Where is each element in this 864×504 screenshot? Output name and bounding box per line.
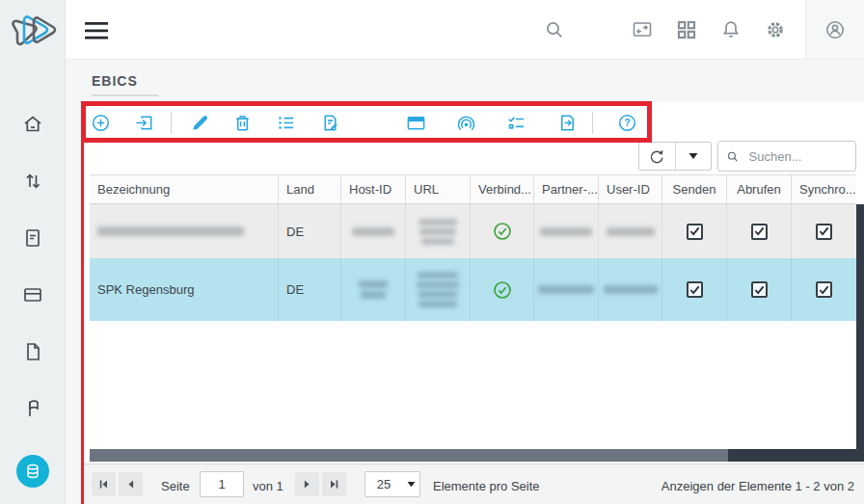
sidebar-item-transfers[interactable] bbox=[21, 170, 44, 193]
refresh-icon bbox=[648, 147, 665, 165]
first-page-button[interactable] bbox=[92, 472, 116, 496]
column-header-host-id[interactable]: Host-ID bbox=[340, 175, 405, 203]
notifications-bell-icon[interactable] bbox=[719, 18, 742, 41]
sidebar-item-home[interactable] bbox=[21, 113, 44, 136]
search-input[interactable] bbox=[747, 148, 848, 165]
page-size-select[interactable]: 25 bbox=[364, 471, 420, 497]
top-header bbox=[66, 0, 864, 60]
cell-synchronisieren[interactable] bbox=[791, 204, 856, 258]
page-number-input[interactable] bbox=[200, 471, 244, 497]
sidebar-item-documents[interactable] bbox=[21, 226, 44, 250]
pagination-summary: Anzeigen der Elemente 1 - 2 von 2 bbox=[662, 479, 854, 493]
hamburger-menu-icon[interactable] bbox=[85, 21, 110, 40]
bank-card-icon bbox=[21, 283, 44, 306]
refresh-options-button[interactable] bbox=[675, 143, 712, 170]
session-window-icon[interactable] bbox=[631, 18, 654, 41]
column-header-synchro[interactable]: Synchro... bbox=[791, 175, 856, 203]
document-lines-icon bbox=[21, 226, 44, 250]
cell-abrufen[interactable] bbox=[726, 204, 791, 258]
chevron-down-icon bbox=[688, 152, 698, 160]
apps-grid-icon[interactable] bbox=[676, 19, 697, 40]
checkbox-checked-icon[interactable] bbox=[816, 281, 832, 298]
settings-gear-icon[interactable] bbox=[764, 18, 787, 41]
cell-partner-id-redacted bbox=[533, 204, 598, 258]
cell-senden[interactable] bbox=[662, 204, 726, 258]
account-section[interactable] bbox=[805, 0, 864, 59]
refresh-button[interactable] bbox=[639, 143, 675, 170]
cell-senden[interactable] bbox=[662, 258, 726, 321]
page-of-label: von 1 bbox=[253, 479, 284, 493]
cell-host-id-redacted bbox=[340, 258, 405, 321]
last-page-button[interactable] bbox=[322, 472, 346, 496]
page-label: Seite bbox=[161, 479, 190, 493]
database-icon bbox=[23, 462, 42, 481]
column-header-bezeichnung[interactable]: Bezeichnung bbox=[90, 175, 278, 203]
refresh-split-button[interactable] bbox=[638, 142, 712, 171]
sidebar-item-ebics-active[interactable] bbox=[16, 455, 49, 488]
document-icon bbox=[21, 340, 44, 363]
vertical-scrollbar[interactable] bbox=[856, 204, 864, 462]
last-page-icon bbox=[328, 478, 340, 491]
checkbox-checked-icon[interactable] bbox=[687, 281, 703, 298]
cell-verbindung-status bbox=[470, 204, 533, 258]
mandate-flag-icon bbox=[21, 397, 44, 420]
cell-partner-id-redacted bbox=[533, 258, 598, 321]
annotation-red-line bbox=[81, 143, 84, 504]
sidebar-item-files[interactable] bbox=[21, 340, 44, 363]
column-header-user-id[interactable]: User-ID bbox=[598, 175, 662, 203]
checkbox-checked-icon[interactable] bbox=[816, 224, 832, 240]
cell-user-id-redacted bbox=[598, 204, 662, 258]
sidebar-item-mandates[interactable] bbox=[21, 397, 44, 420]
first-page-icon bbox=[97, 478, 110, 491]
sidebar bbox=[0, 0, 66, 504]
checkbox-checked-icon[interactable] bbox=[751, 281, 768, 298]
cell-user-id-redacted bbox=[598, 258, 662, 321]
cell-synchronisieren[interactable] bbox=[791, 258, 856, 321]
horizontal-scrollbar-track[interactable] bbox=[728, 449, 864, 462]
cell-host-id-redacted bbox=[340, 204, 405, 258]
cell-bezeichnung-redacted bbox=[90, 204, 278, 258]
next-page-icon bbox=[301, 478, 313, 491]
column-header-senden[interactable]: Senden bbox=[662, 175, 726, 203]
checkbox-checked-icon[interactable] bbox=[751, 224, 768, 240]
horizontal-scrollbar-thumb[interactable] bbox=[90, 449, 728, 462]
column-header-land[interactable]: Land bbox=[278, 175, 340, 203]
column-header-abrufen[interactable]: Abrufen bbox=[726, 175, 791, 203]
previous-page-icon bbox=[124, 478, 137, 491]
search-icon[interactable] bbox=[543, 18, 566, 41]
table-row[interactable]: DE bbox=[90, 204, 856, 258]
status-ok-icon bbox=[493, 222, 512, 241]
search-box[interactable] bbox=[717, 141, 856, 172]
next-page-button[interactable] bbox=[295, 472, 319, 496]
checkbox-checked-icon[interactable] bbox=[687, 224, 703, 240]
table-row-selected[interactable]: SPK Regensburg DE bbox=[90, 258, 856, 321]
cell-abrufen[interactable] bbox=[726, 258, 791, 321]
windata-triangles-logo[interactable] bbox=[8, 8, 58, 56]
page-title: EBICS bbox=[92, 73, 138, 89]
column-header-url[interactable]: URL bbox=[405, 175, 470, 203]
sidebar-item-accounts[interactable] bbox=[21, 283, 44, 306]
account-user-icon bbox=[824, 18, 847, 41]
cell-url-redacted bbox=[405, 258, 470, 321]
cell-land: DE bbox=[278, 258, 340, 321]
search-icon bbox=[726, 148, 740, 165]
title-underline bbox=[92, 94, 158, 96]
status-ok-icon bbox=[493, 280, 512, 300]
cell-url-redacted bbox=[405, 204, 470, 258]
previous-page-button[interactable] bbox=[119, 472, 143, 496]
cell-bezeichnung: SPK Regensburg bbox=[90, 258, 278, 321]
table-header-row: Bezeichnung Land Host-ID URL Verbind... … bbox=[90, 174, 856, 204]
home-icon bbox=[21, 113, 44, 136]
cell-verbindung-status bbox=[470, 258, 533, 321]
column-header-verbindung[interactable]: Verbind... bbox=[470, 175, 533, 203]
page-size-value: 25 bbox=[365, 477, 402, 491]
chevron-down-icon bbox=[402, 481, 419, 488]
column-header-partner-id[interactable]: Partner-... bbox=[533, 175, 598, 203]
ebics-admin-window: EBICS bbox=[0, 0, 864, 504]
transfer-arrows-icon bbox=[21, 170, 44, 193]
per-page-label: Elemente pro Seite bbox=[433, 479, 540, 493]
annotation-red-box bbox=[81, 101, 652, 143]
cell-land: DE bbox=[278, 204, 340, 258]
